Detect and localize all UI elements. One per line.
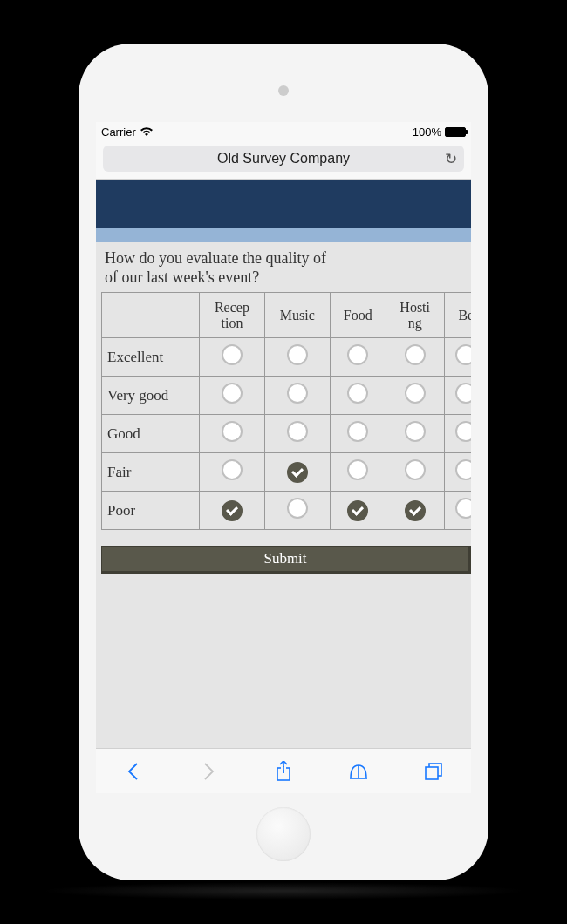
survey-matrix: ReceptionMusicFoodHostingBeExcellentVery… [101, 292, 471, 530]
matrix-corner [102, 293, 200, 338]
browser-bottom-toolbar [96, 748, 471, 793]
matrix-cell [264, 492, 330, 530]
wifi-icon [140, 126, 154, 137]
matrix-cell [386, 338, 444, 377]
matrix-cell [330, 453, 386, 492]
tabs-icon[interactable] [423, 761, 444, 782]
matrix-cell [444, 377, 471, 415]
browser-top-bar: Old Survey Company ↻ [96, 141, 471, 180]
matrix-cell [386, 492, 444, 530]
forward-icon[interactable] [198, 761, 219, 782]
radio-option[interactable] [405, 383, 426, 404]
carrier-label: Carrier [101, 126, 136, 139]
matrix-column-header: Food [330, 293, 386, 338]
radio-option[interactable] [287, 421, 308, 442]
radio-option[interactable] [455, 459, 471, 480]
matrix-row-label: Very good [102, 377, 200, 415]
matrix-cell [444, 338, 471, 377]
matrix-cell [200, 492, 265, 530]
matrix-column-header: Hosting [386, 293, 444, 338]
matrix-cell [444, 453, 471, 492]
radio-option[interactable] [222, 421, 243, 442]
reload-icon[interactable]: ↻ [445, 150, 457, 168]
submit-button[interactable]: Submit [101, 546, 471, 574]
matrix-cell [264, 377, 330, 415]
url-bar[interactable]: Old Survey Company ↻ [103, 146, 464, 172]
device-speaker [278, 85, 289, 96]
back-icon[interactable] [123, 761, 144, 782]
radio-option[interactable] [405, 459, 426, 480]
matrix-cell [264, 415, 330, 453]
matrix-cell [200, 415, 265, 453]
share-icon[interactable] [273, 761, 294, 782]
matrix-row-label: Fair [102, 453, 200, 492]
matrix-cell [200, 338, 265, 377]
matrix-cell [330, 415, 386, 453]
table-row: Excellent [102, 338, 472, 377]
radio-option[interactable] [287, 383, 308, 404]
status-left: Carrier [101, 126, 154, 139]
matrix-cell [444, 415, 471, 453]
radio-option[interactable] [287, 498, 308, 519]
table-row: Very good [102, 377, 472, 415]
radio-option[interactable] [222, 500, 243, 521]
matrix-cell [330, 338, 386, 377]
radio-option[interactable] [287, 462, 308, 483]
table-row: Poor [102, 492, 472, 530]
matrix-column-header: Music [264, 293, 330, 338]
battery-icon [445, 127, 466, 137]
matrix-column-header: Be [444, 293, 471, 338]
table-row: Fair [102, 453, 472, 492]
page-title: Old Survey Company [217, 151, 350, 166]
matrix-cell [264, 338, 330, 377]
table-row: Good [102, 415, 472, 453]
matrix-cell [386, 453, 444, 492]
radio-option[interactable] [347, 383, 368, 404]
survey-question: How do you evaluate the quality of of ou… [96, 242, 471, 292]
status-right: 100% [413, 126, 466, 139]
home-button[interactable] [256, 807, 311, 861]
radio-option[interactable] [222, 383, 243, 404]
matrix-row-label: Excellent [102, 338, 200, 377]
page-header-accent [96, 228, 471, 242]
question-line: of our last week's event? [105, 268, 259, 286]
matrix-row-label: Good [102, 415, 200, 453]
device-frame: Carrier 100% Old Survey Company ↻ [79, 44, 488, 880]
matrix-cell [386, 415, 444, 453]
device-screen: Carrier 100% Old Survey Company ↻ [96, 122, 471, 793]
radio-option[interactable] [405, 421, 426, 442]
bookmarks-icon[interactable] [348, 761, 369, 782]
radio-option[interactable] [455, 498, 471, 519]
matrix-cell [444, 492, 471, 530]
question-line: How do you evaluate the quality of [105, 249, 326, 267]
svg-rect-7 [426, 767, 438, 779]
radio-option[interactable] [455, 344, 471, 365]
status-bar: Carrier 100% [96, 122, 471, 141]
radio-option[interactable] [222, 459, 243, 480]
matrix-cell [264, 453, 330, 492]
matrix-cell [200, 453, 265, 492]
page-content: How do you evaluate the quality of of ou… [96, 180, 471, 748]
matrix-cell [330, 492, 386, 530]
radio-option[interactable] [455, 421, 471, 442]
radio-option[interactable] [405, 500, 426, 521]
radio-option[interactable] [347, 459, 368, 480]
radio-option[interactable] [347, 344, 368, 365]
matrix-cell [386, 377, 444, 415]
radio-option[interactable] [347, 500, 368, 521]
radio-option[interactable] [222, 344, 243, 365]
radio-option[interactable] [455, 383, 471, 404]
battery-percent: 100% [413, 126, 441, 139]
matrix-cell [200, 377, 265, 415]
radio-option[interactable] [287, 344, 308, 365]
matrix-row-label: Poor [102, 492, 200, 530]
radio-option[interactable] [405, 344, 426, 365]
matrix-cell [330, 377, 386, 415]
page-header [96, 180, 471, 228]
device-shadow [39, 882, 528, 900]
matrix-column-header: Reception [200, 293, 265, 338]
radio-option[interactable] [347, 421, 368, 442]
